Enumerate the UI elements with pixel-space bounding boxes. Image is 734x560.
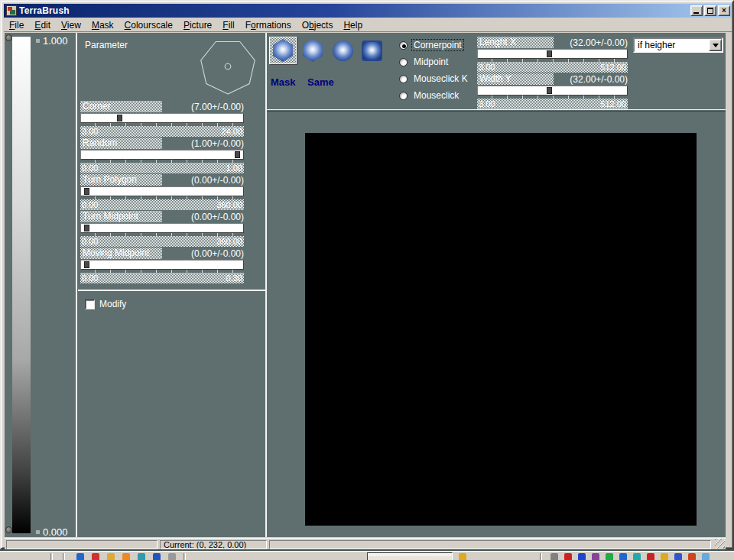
- chevron-down-icon: [713, 44, 719, 50]
- tray-icon[interactable]: [564, 553, 572, 560]
- radio-icon: [399, 92, 408, 100]
- menu-file[interactable]: File: [4, 19, 29, 31]
- app-icon: [6, 5, 17, 16]
- colourscale-bottom-marker: [36, 530, 40, 534]
- circle-brush-button[interactable]: [333, 40, 353, 61]
- dropdown-button[interactable]: [709, 39, 722, 51]
- circle-icon: [333, 40, 353, 61]
- corner-slider-track[interactable]: [80, 113, 244, 123]
- slider-thumb[interactable]: [235, 151, 240, 158]
- resize-grip[interactable]: [715, 539, 725, 549]
- tray-icon[interactable]: [702, 553, 710, 560]
- quicklaunch-icon[interactable]: [92, 553, 99, 560]
- slider-thumb[interactable]: [84, 188, 89, 195]
- menu-objects[interactable]: Objects: [297, 19, 339, 31]
- turn-polygon-slider-track[interactable]: [80, 186, 244, 196]
- slider-label: Corner: [80, 101, 162, 112]
- square-brush-button[interactable]: [362, 40, 382, 61]
- width-slider-track[interactable]: [477, 86, 628, 95]
- slider-value: (1.00+/-0.00): [191, 138, 244, 149]
- taskbar-separator: [50, 553, 53, 560]
- terrabrush-window: TerraBrush × File Edit View Mask Colours…: [0, 0, 734, 549]
- turn-midpoint-slider-track[interactable]: [80, 223, 244, 233]
- hexagon-icon: [271, 39, 294, 62]
- menu-formations[interactable]: Formations: [240, 19, 297, 31]
- task-icon[interactable]: [459, 553, 466, 560]
- menu-mask[interactable]: Mask: [86, 19, 119, 31]
- hexagon-brush-button[interactable]: [269, 37, 297, 64]
- random-slider-track[interactable]: [80, 150, 244, 160]
- slider-value: (0.00+/-0.00): [191, 248, 244, 259]
- tray-icon[interactable]: [647, 553, 654, 560]
- status-panel-left: [6, 540, 158, 549]
- same-link[interactable]: Same: [307, 76, 334, 88]
- slider-label: Moving Midpoint: [80, 248, 162, 259]
- slider-thumb[interactable]: [84, 261, 89, 268]
- slider-random: Random(1.00+/-0.00) 0.001.00: [80, 138, 244, 173]
- parameter-panel-title: Parameter: [85, 40, 128, 50]
- heptagon-icon: [196, 37, 260, 95]
- slider-thumb[interactable]: [117, 115, 122, 121]
- radio-mouseclick-k[interactable]: Mouseclick K: [399, 73, 469, 84]
- radio-cornerpoint[interactable]: Cornerpoint: [399, 40, 463, 50]
- divider-parameter: [78, 290, 265, 291]
- length-slider-track[interactable]: [477, 49, 628, 59]
- tray-icon[interactable]: [688, 553, 696, 560]
- menu-view[interactable]: View: [56, 19, 86, 31]
- quicklaunch-icon[interactable]: [76, 553, 84, 560]
- slider-thumb[interactable]: [84, 225, 89, 231]
- menu-picture[interactable]: Picture: [178, 19, 217, 31]
- terrain-canvas[interactable]: [305, 133, 697, 526]
- menu-edit[interactable]: Edit: [29, 19, 56, 31]
- colourscale-top-knob[interactable]: [5, 34, 12, 41]
- quicklaunch-icon[interactable]: [107, 553, 115, 560]
- slider-thumb[interactable]: [547, 50, 552, 57]
- maximize-button[interactable]: [704, 5, 716, 16]
- menu-help[interactable]: Help: [338, 19, 368, 31]
- colourscale-bottom-knob[interactable]: [5, 526, 12, 533]
- slider-min: 3.00: [479, 99, 495, 109]
- close-button[interactable]: ×: [718, 5, 730, 16]
- radio-label: Mouseclick: [412, 90, 460, 101]
- slider-max: 360.00: [216, 236, 242, 247]
- slider-thumb[interactable]: [547, 87, 552, 94]
- slider-max: 1.00: [226, 163, 242, 173]
- radio-mouseclick[interactable]: Mouseclick: [399, 90, 460, 101]
- quicklaunch-icon[interactable]: [168, 553, 176, 560]
- tray-icon[interactable]: [619, 553, 627, 560]
- menu-colourscale[interactable]: Colourscale: [119, 19, 178, 31]
- tray-icon[interactable]: [606, 553, 613, 560]
- minimize-icon: [693, 12, 699, 14]
- titlebar[interactable]: TerraBrush ×: [4, 4, 732, 18]
- quicklaunch-icon[interactable]: [153, 553, 161, 560]
- tray-icon[interactable]: [674, 553, 682, 560]
- tray-icon[interactable]: [661, 553, 668, 560]
- tray-icon[interactable]: [633, 553, 641, 560]
- tray-icon[interactable]: [592, 553, 599, 560]
- colourscale-top-value: 1.000: [43, 35, 68, 47]
- radio-icon: [399, 58, 408, 66]
- tray-icon[interactable]: [578, 553, 586, 560]
- mask-link[interactable]: Mask: [271, 76, 296, 88]
- slider-turn-midpoint: Turn Midpoint(0.00+/-0.00) 0.00360.00: [80, 211, 244, 247]
- tray-icon[interactable]: [550, 553, 558, 560]
- colourscale-gradient-bar[interactable]: [12, 37, 31, 533]
- moving-midpoint-slider-track[interactable]: [80, 260, 244, 270]
- quicklaunch-icon[interactable]: [138, 553, 145, 560]
- divider-left: [76, 33, 77, 537]
- active-task-button[interactable]: [367, 552, 453, 560]
- brush-shape-preview: [196, 37, 260, 99]
- combine-mode-dropdown[interactable]: if heigher: [633, 37, 723, 53]
- slider-label: Lenght X: [477, 37, 554, 48]
- menu-fill[interactable]: Fill: [217, 19, 239, 31]
- slider-value: (0.00+/-0.00): [191, 175, 244, 186]
- minimize-button[interactable]: [690, 5, 703, 16]
- colourscale-top-marker: [36, 39, 40, 43]
- window-title: TerraBrush: [19, 5, 70, 16]
- modify-checkbox[interactable]: [85, 299, 95, 309]
- hexagon-small-brush-button[interactable]: [301, 39, 324, 62]
- radio-midpoint[interactable]: Midpoint: [399, 57, 450, 67]
- modify-label: Modify: [99, 299, 126, 309]
- quicklaunch-icon[interactable]: [122, 553, 130, 560]
- slider-label: Random: [80, 138, 162, 149]
